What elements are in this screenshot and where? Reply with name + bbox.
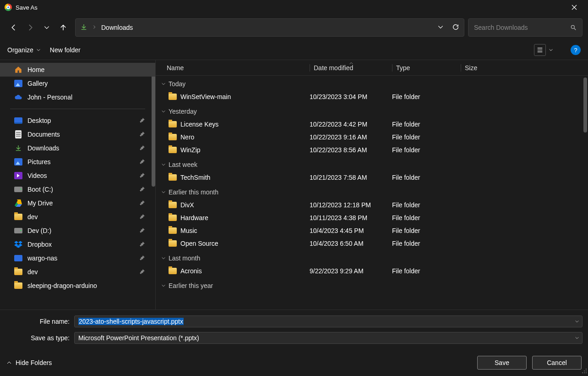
sidebar-item-label: Desktop — [27, 117, 51, 124]
titlebar: Save As — [0, 0, 588, 15]
svg-point-4 — [586, 372, 587, 373]
gallery-icon — [14, 79, 23, 88]
folder-icon — [169, 134, 177, 140]
file-row[interactable]: Acronis9/22/2023 9:29 AMFile folder — [161, 265, 588, 277]
sidebar-item-label: John - Personal — [27, 94, 72, 101]
resize-grip[interactable] — [582, 368, 587, 375]
desktop-icon — [14, 116, 23, 125]
svg-point-5 — [584, 372, 585, 373]
organize-menu[interactable]: Organize — [7, 46, 41, 54]
sidebar-item-boot-c-[interactable]: Boot (C:) — [0, 182, 155, 196]
pin-icon — [140, 131, 145, 138]
main-split: HomeGalleryJohn - Personal DesktopDocume… — [0, 60, 588, 310]
pin-icon — [140, 144, 145, 152]
filetype-value: Microsoft PowerPoint Presentation (*.ppt… — [78, 334, 199, 342]
nav-back-button[interactable] — [5, 19, 22, 36]
search-input[interactable]: Search Downloads — [468, 18, 583, 37]
group-header[interactable]: Yesterday — [161, 105, 588, 118]
sidebar-item-home[interactable]: Home — [0, 63, 155, 77]
col-name[interactable]: Name — [163, 64, 310, 72]
col-date[interactable]: Date modified — [310, 64, 392, 72]
filetype-select[interactable]: Microsoft PowerPoint Presentation (*.ppt… — [74, 332, 583, 344]
col-type[interactable]: Type — [392, 64, 461, 72]
group-header[interactable]: Today — [161, 77, 588, 90]
breadcrumb-location[interactable]: Downloads — [101, 24, 433, 31]
file-row[interactable]: Nero10/22/2023 9:16 AMFile folder — [161, 131, 588, 144]
sidebar-item-gallery[interactable]: Gallery — [0, 77, 155, 90]
sidebar-item-label: sleeping-dragon-arduino — [27, 282, 97, 289]
file-row[interactable]: Hardware10/11/2023 4:38 PMFile folder — [161, 211, 588, 224]
nav-forward-button[interactable] — [22, 19, 38, 36]
nav-recent-button[interactable] — [38, 19, 55, 36]
sidebar-item-downloads[interactable]: Downloads — [0, 141, 155, 155]
file-row[interactable]: License Keys10/22/2023 4:42 PMFile folde… — [161, 118, 588, 131]
file-row[interactable]: TechSmith10/21/2023 7:58 AMFile folder — [161, 171, 588, 184]
chevron-down-icon — [161, 82, 166, 86]
sidebar-item-my-drive[interactable]: My Drive — [0, 196, 155, 210]
sidebar-item-desktop[interactable]: Desktop — [0, 114, 155, 127]
search-icon — [570, 24, 577, 31]
sidebar-item-dev-d-[interactable]: Dev (D:) — [0, 224, 155, 238]
sidebar-item-documents[interactable]: Documents — [0, 127, 155, 141]
address-bar[interactable]: Downloads — [75, 18, 464, 37]
filetype-dropdown[interactable] — [575, 334, 579, 342]
file-row[interactable]: WinSetView-main10/23/2023 3:04 PMFile fo… — [161, 90, 588, 103]
view-mode-button[interactable] — [534, 44, 546, 56]
sidebar-item-label: My Drive — [27, 199, 53, 207]
chevron-down-icon — [161, 190, 166, 194]
new-folder-button[interactable]: New folder — [50, 46, 81, 54]
sidebar-item-dev[interactable]: dev — [0, 265, 155, 279]
file-row[interactable]: Open Source10/4/2023 6:50 AMFile folder — [161, 237, 588, 250]
nav-up-button[interactable] — [55, 19, 71, 36]
pin-icon — [140, 241, 145, 248]
col-size[interactable]: Size — [461, 64, 506, 72]
help-button[interactable]: ? — [571, 45, 581, 55]
filename-input[interactable]: 2023-ato-shell-scripts-javascript.pptx — [74, 315, 583, 327]
save-button[interactable]: Save — [477, 356, 527, 370]
group-header[interactable]: Last week — [161, 158, 588, 171]
close-button[interactable] — [564, 0, 584, 15]
view-mode-dropdown[interactable] — [549, 46, 553, 54]
sidebar-item-pictures[interactable]: Pictures — [0, 155, 155, 169]
vid-icon — [14, 171, 23, 180]
list-view-icon — [537, 47, 543, 53]
file-row[interactable]: WinZip10/22/2023 8:56 AMFile folder — [161, 144, 588, 156]
group-header[interactable]: Earlier this year — [161, 279, 588, 292]
sort-indicator-icon — [349, 60, 354, 67]
sidebar-item-label: Gallery — [27, 80, 48, 87]
sidebar-item-dev[interactable]: dev — [0, 210, 155, 224]
group-header[interactable]: Earlier this month — [161, 186, 588, 199]
folder-icon — [169, 215, 177, 221]
folder-icon — [169, 240, 177, 247]
filetype-label: Save as type: — [5, 334, 74, 342]
svg-point-9 — [586, 369, 587, 370]
filename-value: 2023-ato-shell-scripts-javascript.pptx — [78, 318, 184, 325]
sidebar-item-label: Dev (D:) — [27, 227, 51, 234]
doc-icon — [14, 130, 23, 139]
filename-dropdown[interactable] — [575, 318, 579, 325]
file-scrollbar[interactable] — [583, 77, 587, 133]
sidebar-item-sleeping-dragon-arduino[interactable]: sleeping-dragon-arduino — [0, 279, 155, 293]
filename-label: File name: — [5, 318, 74, 325]
sidebar-item-wargo-nas[interactable]: wargo-nas — [0, 251, 155, 265]
sidebar-item-john-personal[interactable]: John - Personal — [0, 90, 155, 104]
address-dropdown-button[interactable] — [437, 24, 444, 32]
svg-point-0 — [571, 25, 574, 28]
sidebar-item-label: Videos — [27, 172, 47, 179]
sidebar-separator — [10, 109, 145, 109]
file-row[interactable]: DivX10/12/2023 12:18 PMFile folder — [161, 199, 588, 211]
sidebar-item-videos[interactable]: Videos — [0, 169, 155, 182]
pin-icon — [140, 172, 145, 179]
sidebar-item-label: Documents — [27, 131, 60, 138]
cancel-button[interactable]: Cancel — [532, 356, 582, 370]
sidebar-item-dropbox[interactable]: Dropbox — [0, 238, 155, 251]
hide-folders-toggle[interactable]: Hide Folders — [6, 359, 52, 366]
dl-icon — [14, 144, 23, 153]
file-row[interactable]: Music10/4/2023 4:45 PMFile folder — [161, 224, 588, 237]
pin-icon — [140, 158, 145, 166]
group-header[interactable]: Last month — [161, 252, 588, 265]
toolbar: Organize New folder ? — [0, 40, 588, 60]
nav-row: Downloads Search Downloads — [0, 15, 588, 40]
refresh-button[interactable] — [452, 23, 459, 32]
sidebar-item-label: dev — [27, 213, 38, 221]
